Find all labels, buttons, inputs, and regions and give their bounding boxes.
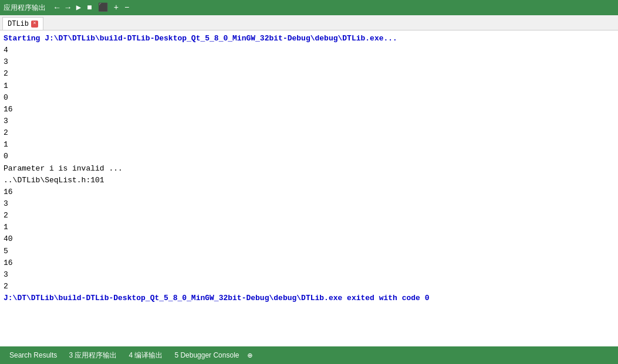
output-line-20: 3 bbox=[4, 269, 614, 281]
stop-button[interactable]: ■ bbox=[85, 4, 93, 12]
output-line-14: 3 bbox=[4, 198, 614, 210]
minus-button[interactable]: − bbox=[123, 4, 131, 12]
output-line-11: Parameter i is invalid ... bbox=[4, 163, 614, 175]
bottom-bar: Search Results 3 应用程序输出 4 编译输出 5 Debugge… bbox=[0, 346, 618, 364]
output-line-9: 1 bbox=[4, 139, 614, 151]
tab-close-button[interactable]: × bbox=[31, 21, 38, 28]
bottom-tab-search[interactable]: Search Results bbox=[5, 350, 62, 360]
back-button[interactable]: ← bbox=[53, 4, 61, 12]
stop2-button[interactable]: ⬛ bbox=[96, 4, 110, 12]
output-line-6: 16 bbox=[4, 104, 614, 115]
output-line-0: Starting J:\DT\DTLib\build-DTLib-Desktop… bbox=[4, 33, 614, 45]
tab-label: DTLib bbox=[8, 20, 29, 28]
output-line-22: J:\DT\DTLib\build-DTLib-Desktop_Qt_5_8_0… bbox=[4, 292, 614, 304]
bottom-tab-debugger[interactable]: 5 Debugger Console bbox=[170, 350, 244, 360]
output-line-16: 1 bbox=[4, 222, 614, 233]
title-bar: 应用程序输出 ← → ▶ ■ ⬛ + − bbox=[0, 0, 618, 15]
output-line-4: 1 bbox=[4, 80, 614, 92]
output-line-5: 0 bbox=[4, 92, 614, 104]
title-bar-label: 应用程序输出 bbox=[4, 3, 46, 13]
tab-bar: DTLib × bbox=[0, 15, 618, 30]
forward-button[interactable]: → bbox=[63, 4, 72, 12]
output-line-12: ..\DTLib\SeqList.h:101 bbox=[4, 175, 614, 186]
output-line-21: 2 bbox=[4, 281, 614, 292]
output-line-2: 3 bbox=[4, 56, 614, 68]
output-line-1: 4 bbox=[4, 45, 614, 56]
bottom-tab-app-output[interactable]: 3 应用程序输出 bbox=[64, 349, 121, 362]
add-button[interactable]: + bbox=[112, 4, 120, 12]
output-line-8: 2 bbox=[4, 127, 614, 139]
output-area: Starting J:\DT\DTLib\build-DTLib-Desktop… bbox=[0, 30, 618, 346]
output-line-13: 16 bbox=[4, 186, 614, 198]
output-line-17: 40 bbox=[4, 233, 614, 245]
output-line-7: 3 bbox=[4, 115, 614, 127]
bottom-tab-compile[interactable]: 4 编译输出 bbox=[124, 349, 167, 362]
output-line-15: 2 bbox=[4, 210, 614, 222]
output-line-3: 2 bbox=[4, 68, 614, 80]
tab-dtlib[interactable]: DTLib × bbox=[2, 17, 43, 30]
output-line-19: 16 bbox=[4, 257, 614, 269]
output-line-18: 5 bbox=[4, 246, 614, 257]
bottom-arrow[interactable]: ⊕ bbox=[246, 351, 253, 360]
output-line-10: 0 bbox=[4, 151, 614, 162]
run-button[interactable]: ▶ bbox=[75, 4, 83, 12]
